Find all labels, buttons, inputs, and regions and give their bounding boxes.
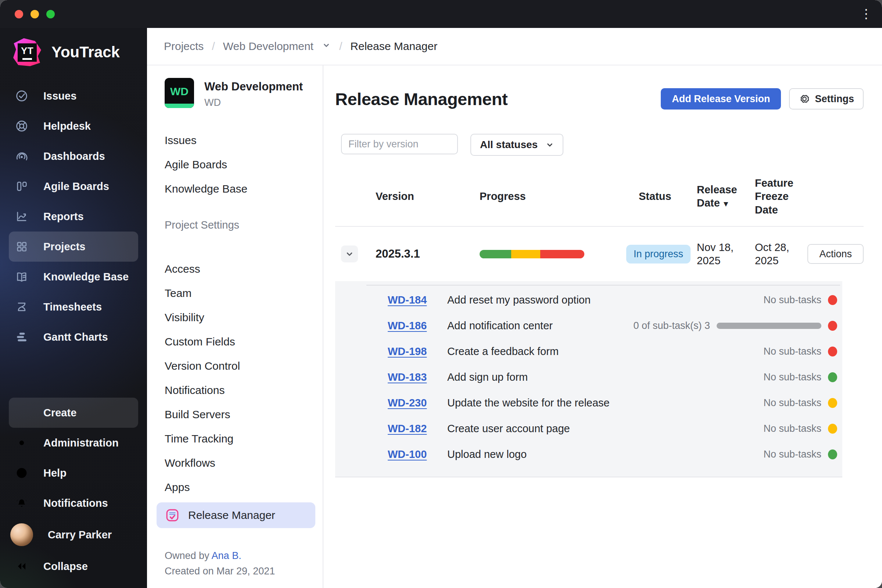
sidebar-item-reports[interactable]: Reports [9,201,138,231]
create-label: Create [44,407,76,419]
project-avatar: WD [165,78,194,108]
release-manager-label: Release Manager [188,509,275,522]
settings-link-visibility[interactable]: Visibility [165,305,322,330]
settings-label: Settings [815,93,854,105]
status-filter-select[interactable]: All statuses [470,134,563,156]
panel-divider [366,285,840,285]
sidebar-item-label: Notifications [44,497,108,509]
window-controls [15,10,55,18]
sidebar-item-help[interactable]: Help [9,458,138,488]
zoom-window-button[interactable] [46,10,55,18]
reports-icon [15,210,28,224]
issue-link[interactable]: WD-186 [388,320,447,332]
sidebar-item-notifications[interactable]: Notifications [9,488,138,518]
sidebar-item-label: Issues [44,90,76,102]
settings-link-workflows[interactable]: Workflows [165,451,322,475]
user-menu[interactable]: Carry Parker [9,518,138,551]
issue-link[interactable]: WD-198 [388,345,447,358]
subtasks-label: No sub-tasks [763,346,821,357]
project-link-issues[interactable]: Issues [165,128,322,153]
project-link-agile-boards[interactable]: Agile Boards [165,153,322,177]
main-content: Release Management Add Release Version S… [324,64,882,588]
settings-link-apps[interactable]: Apps [165,475,322,500]
priority-dot [828,424,837,434]
sidebar-item-helpdesk[interactable]: Helpdesk [9,111,138,141]
issue-link[interactable]: WD-230 [388,397,447,409]
col-header-version[interactable]: Version [371,190,472,203]
project-link-knowledge-base[interactable]: Knowledge Base [165,177,322,201]
expand-release-button[interactable] [341,246,358,262]
owner-link[interactable]: Ana B. [212,550,242,561]
col-header-feature-freeze-date[interactable]: Feature Freeze Date [750,176,802,216]
issue-link[interactable]: WD-184 [388,294,447,306]
chevron-down-icon[interactable] [322,40,331,52]
feature-freeze-date: Oct 28, 2025 [750,241,802,267]
bell-icon [15,496,28,510]
chevron-down-icon [545,140,555,150]
release-manager-nav-item[interactable]: Release Manager [156,502,315,528]
breadcrumb-separator: / [212,40,214,52]
projects-icon [15,240,28,254]
actions-button[interactable]: Actions [807,244,864,264]
col-header-release-date[interactable]: Release Date▼ [691,183,750,210]
settings-link-access[interactable]: Access [165,257,322,281]
minimize-window-button[interactable] [30,10,39,18]
sidebar-item-issues[interactable]: Issues [9,81,138,111]
issue-link[interactable]: WD-183 [388,371,447,383]
subtasks-label: No sub-tasks [763,294,821,306]
status-badge: In progress [626,245,690,264]
issue-row: WD-183 Add sign up form No sub-tasks [335,364,842,390]
issue-title: Add notification center [447,320,633,332]
settings-button[interactable]: Settings [789,88,864,110]
sidebar-item-label: Dashboards [44,150,105,162]
settings-link-time-tracking[interactable]: Time Tracking [165,427,322,451]
add-release-version-button[interactable]: Add Release Version [661,88,781,110]
settings-link-custom-fields[interactable]: Custom Fields [165,330,322,354]
chevron-down-icon [344,249,355,259]
filter-by-version-input[interactable] [341,134,458,154]
app-name: YouTrack [51,44,120,61]
breadcrumb-separator: / [339,40,342,52]
breadcrumb-project[interactable]: Web Development [223,40,314,52]
issue-link[interactable]: WD-182 [388,423,447,435]
settings-link-build-servers[interactable]: Build Servers [165,402,322,427]
col-header-status[interactable]: Status [621,190,691,203]
sidebar-item-dashboards[interactable]: Dashboards [9,141,138,171]
sidebar-item-knowledge-base[interactable]: Knowledge Base [9,262,138,292]
settings-link-team[interactable]: Team [165,281,322,305]
helpdesk-icon [15,119,28,133]
progress-segment-green [480,250,511,258]
create-button[interactable]: Create [9,398,138,428]
close-window-button[interactable] [15,10,23,18]
settings-link-notifications[interactable]: Notifications [165,378,322,402]
page-title: Release Management [335,89,507,109]
col-header-progress[interactable]: Progress [472,190,621,203]
release-version: 2025.3.1 [371,248,472,261]
issue-title: Add sign up form [447,371,763,383]
created-line: Created on Mar 29, 2021 [165,564,322,579]
sidebar-item-timesheets[interactable]: Timesheets [9,292,138,322]
dashboards-icon [15,149,28,163]
app-logo[interactable]: YT YouTrack [0,28,147,81]
sidebar-item-administration[interactable]: Administration [9,428,138,458]
issue-row: WD-184 Add reset my password option No s… [335,287,842,313]
kebab-menu-icon[interactable]: ⋮ [860,6,873,21]
collapse-label: Collapse [44,560,88,573]
sidebar-item-agile-boards[interactable]: Agile Boards [9,171,138,201]
owned-by-line: Owned by Ana B. [165,548,322,564]
collapse-sidebar-button[interactable]: Collapse [9,551,138,581]
sidebar-item-projects[interactable]: Projects [9,231,138,262]
project-footer: Owned by Ana B. Created on Mar 29, 2021 [165,548,322,579]
logo-badge: YT [21,45,33,57]
issue-row: WD-182 Create user account page No sub-t… [335,416,842,441]
breadcrumb-projects[interactable]: Projects [164,40,204,52]
sidebar-item-gantt-charts[interactable]: Gantt Charts [9,322,138,352]
gear-icon [799,93,810,105]
sidebar-item-label: Administration [44,437,119,449]
project-panel: WD Web Development WD Issues Agile Board… [147,64,323,588]
settings-link-version-control[interactable]: Version Control [165,354,322,378]
sidebar-item-label: Knowledge Base [44,271,129,283]
release-manager-icon [165,507,180,523]
issue-link[interactable]: WD-100 [388,448,447,460]
project-name: Web Development [204,80,303,93]
